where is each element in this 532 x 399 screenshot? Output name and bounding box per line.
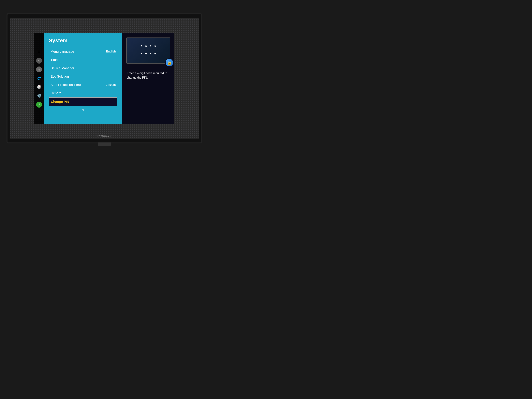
- pin-dot-5: *: [141, 52, 142, 57]
- system-menu: System Menu Language English Time Device…: [44, 33, 122, 124]
- pin-dot-4: *: [154, 44, 156, 49]
- menu-item-change-pin[interactable]: Change PIN: [49, 97, 117, 106]
- camera-icon[interactable]: ⊙: [36, 58, 42, 63]
- scroll-down-arrow: ∨: [49, 108, 117, 112]
- menu-label-time: Time: [51, 58, 58, 62]
- help-icon[interactable]: ?: [36, 102, 42, 108]
- menu-overlay: 🏔 ⊙ ◎ 🌐 🎲 ⚙️ ? System Menu Language Engl…: [34, 33, 174, 124]
- menu-value-language: English: [106, 50, 116, 53]
- menu-label-change-pin: Change PIN: [51, 100, 69, 104]
- pin-dot-7: *: [150, 52, 152, 57]
- pin-dot-2: *: [145, 44, 147, 49]
- menu-label-language: Menu Language: [51, 50, 74, 53]
- menu-item-language[interactable]: Menu Language English: [49, 47, 117, 56]
- pin-dot-1: *: [141, 44, 142, 49]
- flag-icon[interactable]: 🏔: [36, 49, 42, 55]
- pin-dots-row-1: * * * *: [141, 44, 156, 49]
- pin-panel: * * * * * * * * 🔒 Enter a 4-di: [122, 33, 174, 124]
- menu-label-device-manager: Device Manager: [51, 66, 74, 70]
- pin-dot-6: *: [145, 52, 147, 57]
- tv-screen: 🏔 ⊙ ◎ 🌐 🎲 ⚙️ ? System Menu Language Engl…: [10, 18, 199, 139]
- menu-label-eco-solution: Eco Solution: [51, 75, 69, 78]
- mic-icon[interactable]: ◎: [36, 66, 42, 72]
- pin-dot-8: *: [154, 52, 156, 57]
- lock-icon: 🔒: [165, 58, 174, 67]
- tv-stand: [98, 142, 111, 146]
- pin-display-box: * * * * * * * * 🔒: [126, 38, 170, 63]
- pin-dot-3: *: [150, 44, 152, 49]
- menu-item-general[interactable]: General: [49, 89, 117, 97]
- globe-icon[interactable]: 🌐: [36, 75, 42, 81]
- cube-icon[interactable]: 🎲: [36, 84, 42, 90]
- pin-dots-row-2: * * * *: [141, 52, 156, 57]
- gear-icon[interactable]: ⚙️: [36, 93, 42, 99]
- menu-label-auto-protection: Auto Protection Time: [51, 83, 81, 87]
- menu-title: System: [49, 38, 117, 44]
- samsung-logo: SAMSUNG: [97, 135, 112, 137]
- menu-label-general: General: [51, 91, 62, 95]
- menu-value-auto-protection: 2 hours: [106, 83, 116, 87]
- menu-item-time[interactable]: Time: [49, 56, 117, 64]
- pin-description: Enter a 4-digit code required to change …: [126, 71, 171, 80]
- menu-item-device-manager[interactable]: Device Manager: [49, 64, 117, 72]
- tv-frame: 🏔 ⊙ ◎ 🌐 🎲 ⚙️ ? System Menu Language Engl…: [6, 13, 202, 143]
- menu-item-auto-protection[interactable]: Auto Protection Time 2 hours: [49, 81, 117, 89]
- menu-item-eco-solution[interactable]: Eco Solution: [49, 72, 117, 81]
- sidebar: 🏔 ⊙ ◎ 🌐 🎲 ⚙️ ?: [34, 33, 44, 124]
